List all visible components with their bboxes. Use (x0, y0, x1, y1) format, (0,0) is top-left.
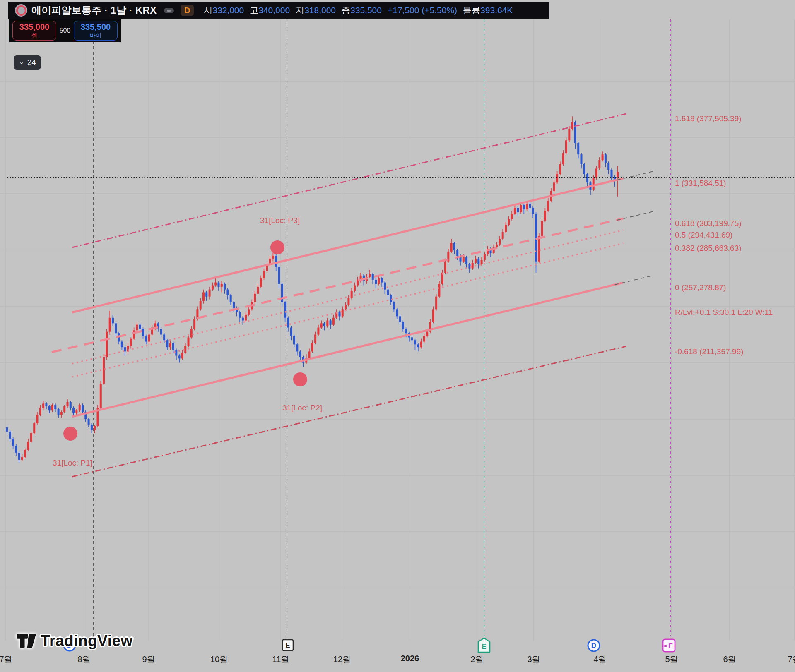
candle-body (556, 174, 558, 182)
chevron-down-icon: ⌄ (19, 58, 24, 66)
candle-body (193, 319, 195, 329)
candle-body (611, 170, 613, 177)
x-axis-month-label[interactable]: 2월 (470, 654, 483, 665)
object-count: 24 (27, 58, 36, 67)
candle-body (541, 221, 543, 236)
candle-body (475, 259, 477, 263)
candle-body (496, 245, 498, 247)
tradingview-logo-icon (17, 631, 36, 650)
candle-body (444, 262, 446, 273)
candle-body (344, 305, 347, 309)
candle-body (72, 408, 75, 413)
candle-body (67, 402, 69, 406)
median-dashed (52, 218, 623, 352)
candle-body (456, 250, 458, 256)
marker-flag-icon[interactable] (164, 8, 174, 13)
fib-level-label: 0.5 (294,431.69) (675, 230, 732, 240)
candle-body (465, 257, 467, 264)
fib-level-label: -0.618 (211,357.99) (675, 347, 744, 356)
candle-body (463, 257, 465, 261)
candle-body (559, 164, 561, 174)
candle-body (24, 450, 26, 457)
candle-body (323, 323, 325, 326)
candle-body (317, 328, 319, 335)
candle-body (472, 263, 474, 269)
candle-body (526, 204, 528, 209)
candle-body (499, 239, 501, 245)
candle-body (233, 302, 235, 308)
channel-upper-solid (72, 178, 623, 312)
x-axis-month-label[interactable]: 11월 (272, 654, 289, 665)
pivot-marker (270, 240, 284, 254)
candle-body (535, 214, 537, 262)
tradingview-watermark[interactable]: TradingView (17, 631, 133, 650)
candle-body (239, 312, 241, 318)
candle-body (48, 406, 51, 410)
candle-body (505, 225, 507, 232)
dividend-icon[interactable]: D (587, 638, 601, 654)
candle-body (571, 122, 573, 129)
candle-body (260, 278, 262, 286)
candle-body (275, 256, 277, 267)
x-axis-month-label[interactable]: 5월 (665, 654, 678, 665)
candle-body (523, 205, 525, 209)
pitchfork-point-label: 31[Loc: P2] (282, 403, 322, 413)
symbol-toolbar: 에이피알보통주 · 1날 · KRX D 시332,000 고340,000 저… (8, 2, 549, 19)
candle-body (39, 408, 41, 415)
candle-body (42, 403, 44, 408)
candle-body (311, 343, 313, 351)
candlestick-chart[interactable] (0, 0, 795, 672)
candle-body (565, 140, 567, 153)
candle-body (121, 342, 123, 348)
candle-body (326, 321, 328, 326)
candle-body (508, 219, 510, 225)
candle-body (51, 405, 53, 411)
candle-body (517, 208, 519, 212)
buy-price: 335,500 (81, 23, 111, 31)
candle-body (562, 153, 564, 164)
x-axis-month-label[interactable]: 2026 (401, 654, 419, 663)
earnings-estimate-icon[interactable]: ≈E (660, 638, 676, 655)
earnings-icon[interactable]: E (281, 638, 295, 654)
candle-body (453, 243, 455, 250)
symbol-title[interactable]: 에이피알보통주 · 1날 · KRX (31, 4, 157, 17)
candle-body (142, 329, 144, 336)
candle-body (314, 335, 316, 343)
candle-body (172, 343, 174, 350)
candle-body (115, 323, 117, 333)
candle-body (133, 330, 135, 338)
sell-button[interactable]: 335,000 셀 (12, 21, 56, 41)
candle-body (332, 318, 335, 325)
candle-body (27, 442, 29, 450)
candle-body (369, 274, 371, 277)
fib-level-label: R/Lvl:+0.1 S:30.1 L:20 W:11 (675, 308, 773, 317)
candle-body (284, 302, 286, 317)
candle-body (299, 351, 301, 357)
buy-button[interactable]: 335,500 바이 (74, 21, 118, 41)
x-axis-month-label[interactable]: 7월 (788, 654, 795, 665)
candle-body (214, 283, 217, 286)
x-axis-month-label[interactable]: 9월 (142, 654, 155, 665)
x-axis-month-label[interactable]: 12월 (333, 654, 351, 665)
low-value: 318,000 (304, 5, 336, 15)
fib-level-label: 0.382 (285,663.63) (675, 244, 742, 253)
chart-stage[interactable]: 에이피알보통주 · 1날 · KRX D 시332,000 고340,000 저… (0, 0, 795, 672)
candle-body (574, 122, 576, 143)
x-axis-month-label[interactable]: 8월 (77, 654, 90, 665)
symbol-logo-icon[interactable] (15, 4, 27, 17)
x-axis-month-label[interactable]: 3월 (527, 654, 540, 665)
candle-body (103, 357, 105, 384)
svg-text:E: E (482, 643, 487, 650)
candle-body (420, 342, 422, 348)
x-axis-month-label[interactable]: 6월 (723, 654, 736, 665)
x-axis-month-label[interactable]: 7월 (0, 654, 12, 665)
timeframe-badge[interactable]: D (181, 5, 194, 16)
x-axis-month-label[interactable]: 10월 (210, 654, 228, 665)
earnings-confirmed-icon[interactable]: E (477, 637, 491, 655)
close-value: 335,500 (350, 5, 382, 15)
x-axis-month-label[interactable]: 4월 (593, 654, 606, 665)
open-value: 332,000 (212, 5, 244, 15)
candle-body (21, 457, 23, 460)
object-tree-collapse-button[interactable]: ⌄ 24 (14, 55, 41, 70)
candle-body (583, 164, 585, 174)
